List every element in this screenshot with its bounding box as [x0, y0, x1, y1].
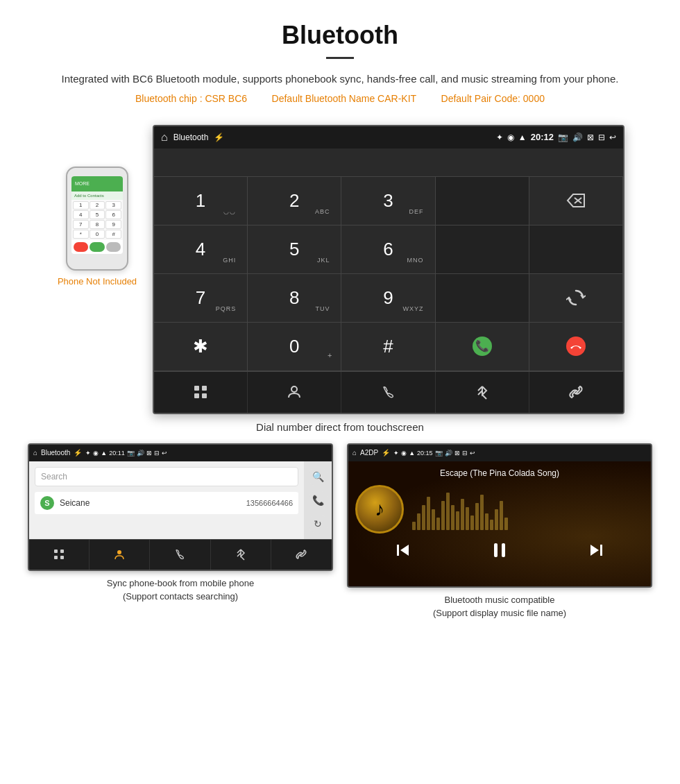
phone-key-1[interactable]: 1: [73, 201, 89, 210]
dial-key-hash[interactable]: #: [341, 323, 435, 371]
phone-key-8[interactable]: 8: [90, 220, 105, 229]
bar-13: [470, 515, 474, 530]
dial-call-btn[interactable]: 📞: [436, 323, 529, 371]
window-icon[interactable]: ⊟: [598, 133, 605, 142]
dial-key-0[interactable]: 0+: [248, 323, 341, 371]
bar-3: [422, 505, 425, 530]
music-status-right: ✦ ◉ ▲ 20:15 📷 🔊 ⊠ ⊟ ↩: [393, 450, 475, 457]
contacts-caption: Sync phone-book from mobile phone (Suppo…: [104, 571, 257, 604]
contact-name: Seicane: [60, 498, 246, 508]
contacts-nav-bt[interactable]: [211, 540, 271, 570]
nav-phone[interactable]: [341, 372, 435, 413]
main-content-area: MORE Add to Contacts 1 2 3 4 5 6 7 8 9 *…: [0, 114, 680, 414]
dial-refresh[interactable]: [529, 274, 623, 323]
music-note-icon: ♪: [375, 498, 384, 520]
contacts-back[interactable]: ↩: [162, 450, 167, 457]
contacts-nav-grid[interactable]: [29, 540, 90, 570]
nav-bluetooth[interactable]: [436, 372, 529, 413]
contacts-search-bar[interactable]: Search: [35, 467, 298, 486]
dial-key-7[interactable]: 7PQRS: [154, 274, 248, 323]
dial-key-8[interactable]: 8TUV: [248, 274, 341, 323]
phone-key-2[interactable]: 2: [90, 201, 105, 210]
music-win[interactable]: ⊟: [462, 450, 468, 457]
contacts-nav-link[interactable]: [271, 540, 332, 570]
nav-contacts[interactable]: [248, 372, 341, 413]
dial-key-star[interactable]: ✱: [154, 323, 248, 371]
bar-19: [500, 501, 503, 530]
bar-1: [412, 522, 416, 530]
close-icon[interactable]: ⊠: [587, 133, 594, 142]
phone-icon-btn[interactable]: 📞: [308, 491, 328, 510]
phone-end-btn[interactable]: [74, 242, 88, 252]
contacts-vol[interactable]: 🔊: [137, 450, 144, 457]
nav-grid[interactable]: [154, 372, 248, 413]
phone-key-9[interactable]: 9: [105, 220, 121, 229]
phone-key-hash[interactable]: #: [105, 230, 121, 239]
svg-marker-0: [568, 194, 584, 207]
music-close[interactable]: ⊠: [454, 450, 460, 457]
contacts-win[interactable]: ⊟: [154, 450, 160, 457]
location-icon: ◉: [507, 133, 514, 142]
music-controls: [355, 534, 644, 570]
contacts-nav-user[interactable]: [90, 540, 150, 570]
phone-extra-btn[interactable]: [106, 242, 121, 252]
dial-bottom-nav: [154, 371, 623, 413]
dial-home-icon[interactable]: ⌂: [161, 131, 168, 144]
phone-key-star[interactable]: *: [73, 230, 89, 239]
phone-key-5[interactable]: 5: [90, 210, 105, 219]
phone-key-0[interactable]: 0: [90, 230, 105, 239]
dial-key-5[interactable]: 5JKL: [248, 225, 341, 274]
contacts-nav-phone[interactable]: [150, 540, 210, 570]
contacts-close[interactable]: ⊠: [146, 450, 152, 457]
phone-key-6[interactable]: 6: [105, 210, 121, 219]
contacts-side-icons: 🔍 📞 ↻: [304, 461, 332, 539]
contact-number: 13566664466: [246, 499, 293, 507]
music-home-icon[interactable]: ⌂: [352, 449, 357, 457]
search-icon-btn[interactable]: 🔍: [308, 467, 328, 486]
dial-key-4[interactable]: 4GHI: [154, 225, 248, 274]
back-icon[interactable]: ↩: [609, 133, 616, 142]
dial-key-3[interactable]: 3DEF: [341, 177, 435, 225]
contacts-cam[interactable]: 📷: [127, 450, 135, 457]
contacts-loc: ◉: [93, 450, 99, 457]
music-vol[interactable]: 🔊: [445, 450, 452, 457]
dial-key-1[interactable]: 1◡◡: [154, 177, 248, 225]
contacts-home-icon[interactable]: ⌂: [33, 449, 37, 457]
music-sig: ▲: [409, 450, 415, 457]
bar-12: [466, 507, 469, 530]
music-time: 20:15: [417, 450, 433, 457]
dial-key-2[interactable]: 2ABC: [248, 177, 341, 225]
phone-screen: MORE Add to Contacts 1 2 3 4 5 6 7 8 9 *…: [71, 176, 123, 254]
phone-key-4[interactable]: 4: [73, 210, 89, 219]
music-next-btn[interactable]: [586, 540, 606, 563]
contacts-car-screen: ⌂ Bluetooth ⚡ ✦ ◉ ▲ 20:11 📷 🔊 ⊠ ⊟ ↩: [28, 443, 333, 571]
phone-key-3[interactable]: 3: [105, 201, 121, 210]
volume-icon[interactable]: 🔊: [572, 133, 583, 142]
contact-row[interactable]: S Seicane 13566664466: [35, 492, 298, 514]
nav-link[interactable]: [529, 372, 623, 413]
dial-empty-3: [529, 225, 623, 274]
contacts-usb: ⚡: [74, 449, 82, 457]
music-song-title: Escape (The Pina Colada Song): [440, 468, 559, 478]
music-back[interactable]: ↩: [470, 450, 475, 457]
phone-key-7[interactable]: 7: [73, 220, 89, 229]
dial-display: [154, 148, 623, 176]
phone-call-btn[interactable]: [90, 242, 104, 252]
music-waveform: [412, 488, 644, 530]
dial-key-9[interactable]: 9WXYZ: [341, 274, 435, 323]
music-card: ⌂ A2DP ⚡ ✦ ◉ ▲ 20:15 📷 🔊 ⊠ ⊟ ↩ Esca: [347, 443, 652, 620]
music-play-pause-btn[interactable]: [488, 539, 511, 565]
phone-not-included-label: Phone Not Included: [58, 276, 137, 287]
music-prev-btn[interactable]: [393, 540, 413, 563]
bar-4: [427, 497, 430, 530]
music-cam[interactable]: 📷: [435, 450, 443, 457]
contact-letter: S: [40, 496, 54, 510]
dial-key-6[interactable]: 6MNO: [341, 225, 435, 274]
dial-end-btn[interactable]: [529, 323, 623, 371]
camera-icon[interactable]: 📷: [558, 133, 568, 142]
refresh-icon-btn[interactable]: ↻: [308, 514, 328, 534]
svg-rect-8: [194, 393, 199, 398]
dial-backspace[interactable]: [529, 177, 623, 225]
bluetooth-icon: ✦: [496, 133, 503, 142]
music-bt: ✦: [393, 450, 399, 457]
